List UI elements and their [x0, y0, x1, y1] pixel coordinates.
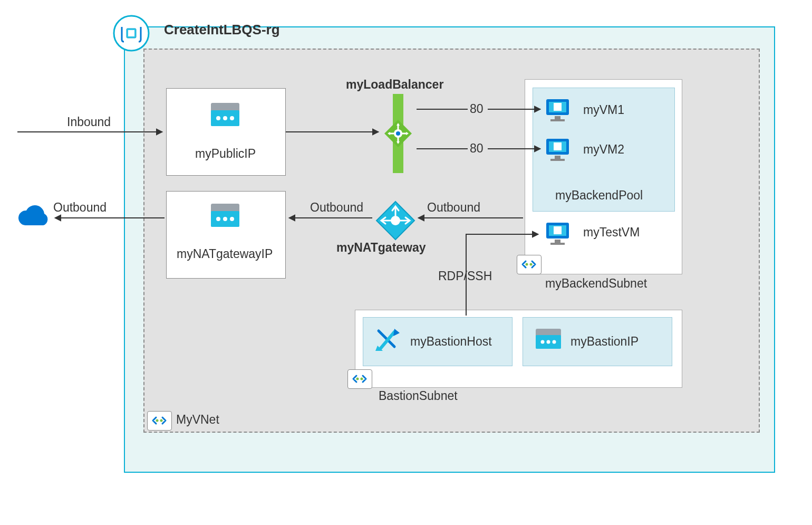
testvm-label: myTestVM — [583, 225, 640, 240]
inbound-label: Inbound — [67, 115, 111, 130]
svg-point-46 — [361, 378, 363, 380]
subnet-icon — [517, 255, 541, 274]
port-2: 80 — [470, 141, 484, 156]
bastion-ip-label: myBastionIP — [571, 335, 639, 349]
rg-title: CreateIntLBQS-rg — [164, 22, 280, 38]
svg-point-45 — [356, 378, 359, 380]
rdpssh-label: RDP/SSH — [438, 269, 492, 284]
nat-ip-label: myNATgatewayIP — [177, 247, 273, 262]
backend-subnet-chip — [517, 255, 542, 274]
public-ip-label: myPublicIP — [195, 147, 256, 161]
natgw-label: myNATgateway — [336, 241, 426, 255]
vm2-label: myVM2 — [583, 142, 624, 157]
diagram-canvas: CreateIntLBQS-rg MyVNet myPublicIP myNAT… — [0, 0, 812, 525]
bastion-host-label: myBastionHost — [410, 335, 492, 349]
outbound-label-1: Outbound — [53, 201, 107, 215]
backend-subnet-label: myBackendSubnet — [545, 276, 647, 291]
vnet-icon — [148, 412, 171, 430]
bastion-subnet-chip — [347, 369, 372, 389]
svg-point-3 — [156, 419, 159, 422]
outbound-label-3: Outbound — [427, 201, 480, 215]
bastion-subnet-label: BastionSubnet — [379, 389, 458, 404]
svg-point-36 — [526, 263, 528, 266]
nat-ip-box — [166, 191, 286, 279]
backend-pool-label: myBackendPool — [555, 188, 643, 203]
outbound-label-2: Outbound — [310, 201, 363, 215]
vnet-chip — [147, 411, 172, 431]
svg-point-4 — [160, 419, 163, 422]
port-1: 80 — [470, 102, 484, 117]
vnet-label: MyVNet — [176, 413, 219, 427]
svg-point-37 — [530, 263, 533, 266]
cloud-icon — [15, 204, 52, 231]
vm1-label: myVM1 — [583, 103, 624, 118]
public-ip-box — [166, 88, 286, 176]
lb-label: myLoadBalancer — [346, 78, 443, 92]
subnet-icon — [348, 370, 372, 388]
